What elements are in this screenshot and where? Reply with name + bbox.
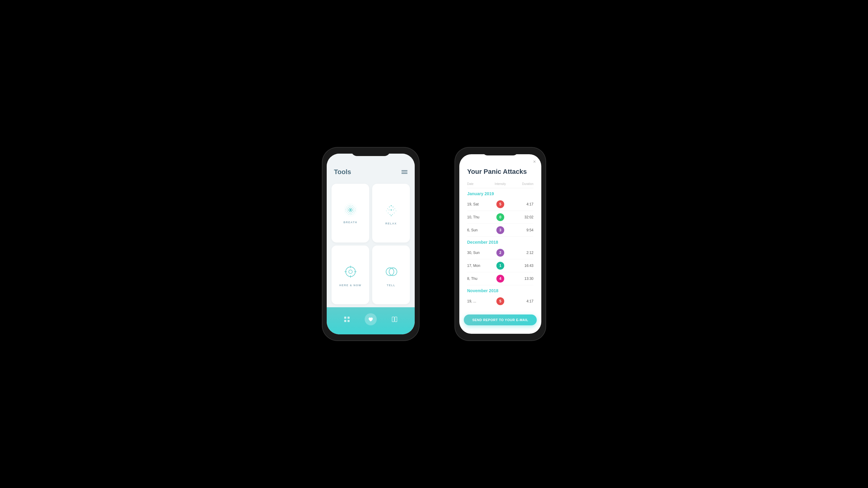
- month-label-jan: January 2019: [467, 191, 533, 196]
- phone-notch-2: [482, 148, 518, 156]
- tools-grid: BREATH: [327, 181, 415, 307]
- grid-nav-icon[interactable]: [343, 315, 351, 324]
- tools-header: Tools: [327, 154, 415, 181]
- tell-label: TELL: [387, 284, 396, 287]
- breath-icon: [343, 203, 358, 217]
- tools-screen: Tools: [327, 154, 415, 334]
- svg-point-13: [394, 213, 395, 213]
- intensity-badge: 0: [496, 213, 504, 221]
- panic-screen: × Your Panic Attacks Date Intensity Dura…: [459, 154, 541, 334]
- row-date: 8, Thu: [467, 276, 489, 281]
- table-row: 10, Thu 0 32:02: [467, 211, 533, 224]
- heart-nav-button[interactable]: [365, 313, 377, 325]
- table-row: 17, Mon 1 16:43: [467, 259, 533, 272]
- tell-card[interactable]: TELL: [372, 246, 410, 304]
- svg-rect-31: [347, 320, 350, 322]
- svg-point-6: [389, 206, 390, 207]
- intensity-cell: 4: [489, 275, 511, 283]
- intensity-badge: 3: [496, 226, 504, 234]
- svg-rect-32: [392, 317, 394, 322]
- row-date: 10, Thu: [467, 215, 489, 219]
- svg-rect-33: [395, 317, 397, 322]
- month-label-nov: November 2018: [467, 288, 533, 293]
- intensity-badge: 5: [496, 200, 504, 208]
- hamburger-icon[interactable]: [401, 170, 407, 174]
- phone-notch-1: [351, 148, 390, 156]
- tools-title: Tools: [334, 168, 351, 176]
- panic-phone: × Your Panic Attacks Date Intensity Dura…: [455, 148, 546, 340]
- relax-card[interactable]: RELAX: [372, 184, 410, 242]
- row-duration: 16:43: [512, 264, 533, 268]
- intensity-cell: 5: [489, 200, 511, 208]
- close-button[interactable]: ×: [533, 159, 536, 164]
- here-now-card[interactable]: HERE & NOW: [332, 246, 369, 304]
- row-date: 6, Sun: [467, 228, 489, 232]
- svg-point-14: [390, 214, 390, 215]
- row-duration: 4:17: [512, 202, 533, 206]
- col-intensity: Intensity: [489, 182, 511, 186]
- table-row: 6, Sun 3 9:54: [467, 224, 533, 237]
- svg-point-7: [393, 206, 393, 207]
- svg-point-19: [393, 209, 394, 210]
- row-duration: 9:54: [512, 228, 533, 232]
- breath-card[interactable]: BREATH: [332, 184, 369, 242]
- svg-point-21: [349, 270, 352, 273]
- panic-content: × Your Panic Attacks Date Intensity Dura…: [459, 154, 541, 334]
- intensity-cell: 1: [489, 262, 511, 270]
- row-duration: 13:30: [512, 276, 533, 281]
- row-date: 19, ...: [467, 299, 489, 303]
- intensity-cell: 5: [489, 297, 511, 305]
- svg-rect-30: [344, 320, 346, 322]
- tools-phone: Tools: [322, 148, 419, 340]
- row-date: 30, Sun: [467, 251, 489, 255]
- table-header: Date Intensity Duration: [467, 182, 533, 188]
- row-date: 19, Sat: [467, 202, 489, 206]
- intensity-cell: 0: [489, 213, 511, 221]
- svg-point-9: [394, 208, 395, 209]
- svg-point-10: [386, 210, 386, 211]
- svg-point-17: [391, 209, 392, 210]
- svg-point-18: [389, 209, 390, 210]
- book-nav-icon[interactable]: [390, 315, 399, 324]
- svg-point-16: [391, 215, 392, 216]
- intensity-cell: 3: [489, 226, 511, 234]
- svg-point-11: [396, 210, 396, 211]
- month-november-2018: November 2018 19, ... 5 4:17: [467, 288, 533, 307]
- table-row: 8, Thu 4 13:30: [467, 272, 533, 285]
- svg-point-15: [392, 214, 393, 215]
- intensity-badge: 4: [496, 275, 504, 283]
- col-duration: Duration: [512, 182, 533, 186]
- intensity-badge: 2: [496, 249, 504, 257]
- tools-bottom-nav: [327, 307, 415, 334]
- relax-icon: [383, 201, 400, 218]
- tell-icon: [383, 263, 400, 280]
- table-row: 19, Sat 5 4:17: [467, 198, 533, 211]
- intensity-cell: 2: [489, 249, 511, 257]
- row-duration: 32:02: [512, 215, 533, 219]
- table-row: 19, ... 5 4:17: [467, 295, 533, 307]
- month-january-2019: January 2019 19, Sat 5 4:17 10, Thu 0 32…: [467, 191, 533, 237]
- row-duration: 4:17: [512, 299, 533, 303]
- breath-label: BREATH: [344, 221, 358, 224]
- intensity-badge: 1: [496, 262, 504, 270]
- row-date: 17, Mon: [467, 264, 489, 268]
- table-row: 30, Sun 2 2:12: [467, 247, 533, 259]
- row-duration: 2:12: [512, 251, 533, 255]
- here-now-label: HERE & NOW: [339, 284, 362, 287]
- svg-point-12: [388, 213, 389, 213]
- svg-point-5: [391, 205, 392, 206]
- relax-label: RELAX: [385, 222, 397, 225]
- month-label-dec: December 2018: [467, 240, 533, 245]
- svg-rect-29: [347, 317, 350, 319]
- svg-point-8: [387, 208, 388, 209]
- month-december-2018: December 2018 30, Sun 2 2:12 17, Mon 1 1…: [467, 240, 533, 285]
- intensity-badge: 5: [496, 297, 504, 305]
- send-report-button[interactable]: SEND REPORT TO YOUR E-MAIL: [464, 315, 537, 325]
- col-date: Date: [467, 182, 489, 186]
- herenow-icon: [342, 263, 359, 280]
- panic-title: Your Panic Attacks: [467, 167, 533, 176]
- svg-rect-28: [344, 317, 346, 319]
- svg-point-20: [346, 267, 355, 276]
- svg-point-4: [350, 209, 351, 211]
